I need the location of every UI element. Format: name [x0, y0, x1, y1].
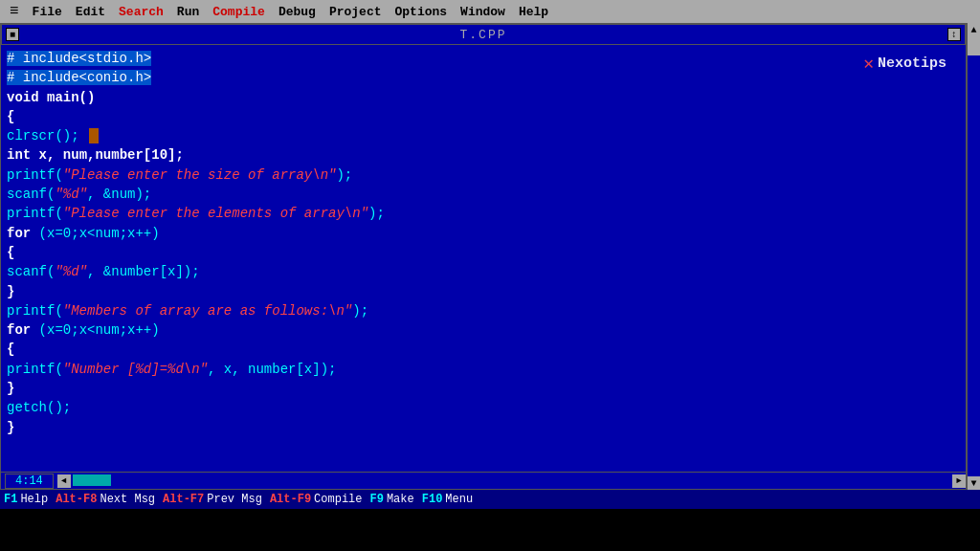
code-line-5: clrscr(); [7, 126, 960, 145]
f9-key[interactable]: F9 [368, 493, 386, 506]
code-line-10: for (x=0;x<num;x++) [7, 224, 960, 243]
menu-help[interactable]: Help [513, 3, 554, 21]
hscroll-right-btn[interactable]: ► [952, 474, 966, 488]
code-line-3: void main() [7, 88, 960, 107]
alt-f8-label: Next Msg [99, 493, 161, 506]
vscroll-thumb[interactable] [968, 36, 980, 55]
code-line-7: printf("Please enter the size of array\n… [7, 165, 960, 185]
editor-window: ■ T.CPP ↕ ✕ Nexotips # include<stdio.h> … [0, 23, 980, 490]
menu-run[interactable]: Run [171, 3, 205, 21]
nexo-icon: ✕ [863, 53, 874, 74]
close-button[interactable]: ■ [6, 28, 19, 41]
code-line-9: printf("Please enter the elements of arr… [7, 204, 960, 223]
f10-label: Menu [444, 493, 479, 506]
menu-options[interactable]: Options [390, 3, 454, 21]
f10-key[interactable]: F10 [420, 493, 445, 506]
editor-border: ■ T.CPP ↕ ✕ Nexotips # include<stdio.h> … [0, 23, 967, 490]
f9-label: Make [386, 493, 420, 506]
code-line-2: # include<conio.h> [7, 68, 960, 87]
hscroll-track[interactable] [71, 473, 952, 489]
vscroll-up-btn[interactable]: ▲ [968, 23, 981, 36]
menu-edit[interactable]: Edit [70, 3, 111, 21]
cursor-position: 4:14 [5, 474, 54, 489]
menu-compile[interactable]: Compile [207, 3, 271, 21]
code-line-1: # include<stdio.h> [7, 49, 960, 68]
code-line-6: int x, num,number[10]; [7, 145, 960, 165]
watermark-text: Nexotips [878, 55, 947, 72]
title-bar: ■ T.CPP ↕ [1, 24, 966, 45]
vscroll-track[interactable] [968, 36, 980, 476]
watermark: ✕ Nexotips [863, 53, 947, 74]
window-title: T.CPP [459, 28, 506, 42]
code-line-8: scanf("%d", &num); [7, 185, 960, 204]
menu-icon[interactable]: ≡ [4, 1, 25, 22]
code-line-18: } [7, 379, 960, 398]
menu-search[interactable]: Search [113, 3, 169, 21]
alt-f7-key[interactable]: Alt-F7 [161, 493, 206, 506]
alt-f9-key[interactable]: Alt-F9 [268, 493, 313, 506]
window-controls-right: ↕ [947, 28, 961, 41]
f1-key[interactable]: F1 [2, 493, 19, 506]
code-line-4: { [7, 107, 960, 126]
code-line-12: scanf("%d", &number[x]); [7, 262, 960, 281]
code-line-15: for (x=0;x<num;x++) [7, 320, 960, 340]
vscroll-down-btn[interactable]: ▼ [968, 476, 981, 490]
alt-f9-label: Compile [313, 493, 368, 506]
code-line-20: } [7, 418, 960, 437]
menu-window[interactable]: Window [455, 3, 511, 21]
menu-file[interactable]: File [27, 3, 68, 21]
alt-f8-key[interactable]: Alt-F8 [54, 493, 99, 506]
code-area[interactable]: # include<stdio.h> # include<conio.h> vo… [1, 45, 966, 441]
hscroll-thumb[interactable] [73, 474, 111, 486]
hscroll-left-btn[interactable]: ◄ [57, 474, 71, 488]
code-line-19: getch(); [7, 398, 960, 417]
maximize-button[interactable]: ↕ [947, 28, 961, 41]
f1-label: Help [19, 493, 54, 506]
text-cursor [89, 128, 99, 143]
hscrollbar[interactable]: ◄ ► [57, 473, 966, 489]
menu-debug[interactable]: Debug [273, 3, 322, 21]
menu-project[interactable]: Project [323, 3, 388, 21]
window-controls-left: ■ [6, 28, 19, 41]
code-line-13: } [7, 282, 960, 301]
code-line-17: printf("Number [%d]=%d\n", x, number[x])… [7, 360, 960, 379]
code-line-14: printf("Members of array are as follows:… [7, 301, 960, 320]
menu-bar: ≡ File Edit Search Run Compile Debug Pro… [0, 0, 980, 23]
code-line-11: { [7, 243, 960, 262]
vscrollbar[interactable]: ▲ ▼ [967, 23, 980, 490]
fn-bar: F1 Help Alt-F8 Next Msg Alt-F7 Prev Msg … [0, 490, 980, 509]
code-line-16: { [7, 340, 960, 359]
alt-f7-label: Prev Msg [206, 493, 268, 506]
editor-status-bar: 4:14 ◄ ► [1, 472, 966, 489]
